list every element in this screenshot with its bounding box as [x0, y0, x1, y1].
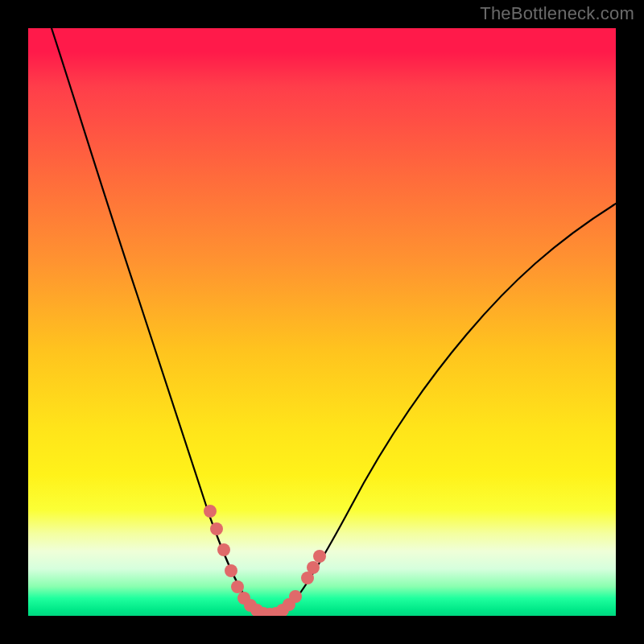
svg-point-15 [307, 561, 320, 574]
watermark-text: TheBottleneck.com [480, 3, 634, 24]
bottleneck-curve [52, 28, 616, 615]
curve-layer [28, 28, 616, 616]
svg-point-2 [217, 543, 230, 556]
plot-area [28, 28, 616, 616]
curve-highlight-dots [204, 505, 326, 616]
svg-point-0 [204, 505, 217, 518]
svg-point-3 [225, 564, 237, 577]
svg-point-16 [313, 550, 326, 563]
svg-point-13 [289, 590, 302, 603]
svg-point-1 [210, 522, 223, 535]
chart-frame: TheBottleneck.com [0, 0, 644, 644]
svg-point-4 [231, 580, 244, 593]
